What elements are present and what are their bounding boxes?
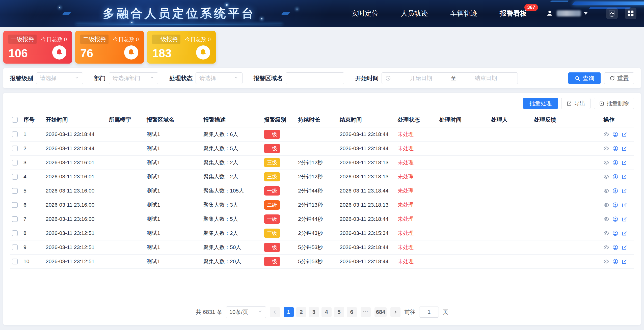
area-name-input[interactable]: [286, 72, 344, 84]
view-icon[interactable]: [603, 174, 609, 180]
row-checkbox[interactable]: [12, 160, 18, 166]
screen-icon[interactable]: [606, 8, 618, 19]
edit-icon[interactable]: [622, 244, 627, 250]
view-icon[interactable]: [603, 230, 609, 236]
page-number-button[interactable]: 1: [284, 307, 294, 317]
prev-page-button[interactable]: [270, 307, 280, 317]
select-all-checkbox[interactable]: [12, 117, 18, 123]
locate-person-icon[interactable]: [612, 131, 618, 137]
col-end-time: 结束时间: [338, 113, 396, 127]
cell-handler: [489, 212, 532, 226]
reset-button[interactable]: 重置: [604, 72, 634, 84]
apps-grid-icon[interactable]: [625, 8, 636, 19]
view-icon[interactable]: [603, 146, 609, 151]
page-number-button[interactable]: 2: [296, 307, 306, 317]
page-size-select[interactable]: 10条/页: [226, 306, 266, 318]
next-page-button[interactable]: [390, 307, 400, 317]
row-checkbox[interactable]: [12, 202, 18, 208]
alarm-level-select[interactable]: 请选择: [36, 72, 83, 84]
filter-area-name: 报警区域名: [254, 72, 344, 84]
view-icon[interactable]: [603, 188, 609, 194]
cell-area: 测试1: [145, 198, 201, 212]
batch-delete-button[interactable]: 批量删除: [594, 98, 634, 109]
page-number-button[interactable]: 3: [309, 307, 319, 317]
edit-icon[interactable]: [622, 188, 627, 194]
view-icon[interactable]: [603, 131, 609, 137]
row-operations: [603, 244, 632, 250]
view-icon[interactable]: [603, 259, 609, 264]
edit-icon[interactable]: [622, 202, 627, 208]
edit-icon[interactable]: [622, 174, 627, 180]
more-pages-button[interactable]: ···: [361, 307, 371, 317]
export-button[interactable]: 导出: [561, 98, 591, 109]
edit-icon[interactable]: [622, 230, 627, 236]
nav-vehicle-track[interactable]: 车辆轨迹: [450, 9, 477, 18]
cell-end-time: 2026-03-11 23:18:44: [338, 141, 396, 155]
edit-icon[interactable]: [622, 259, 627, 264]
cell-no: 4: [21, 170, 44, 184]
row-checkbox[interactable]: [12, 244, 18, 250]
cell-end-time: 2026-03-11 23:18:44: [338, 254, 396, 268]
nav-person-track[interactable]: 人员轨迹: [401, 9, 428, 18]
search-button[interactable]: 查询: [568, 72, 601, 84]
view-icon[interactable]: [603, 244, 609, 250]
nav-realtime-location[interactable]: 实时定位: [351, 9, 379, 18]
page-number-button[interactable]: 4: [321, 307, 332, 317]
page-number-button[interactable]: 5: [334, 307, 344, 317]
alarm-bell-icon: [124, 45, 138, 60]
last-page-button[interactable]: 684: [374, 307, 387, 317]
view-icon[interactable]: [603, 202, 609, 208]
pagination: 共 6831 条 10条/页 1 2 3 4 5 6 ··· 684 前往 页: [10, 301, 634, 325]
cell-feedback: [532, 170, 601, 184]
col-start-time: 开始时间: [44, 113, 107, 127]
edit-icon[interactable]: [622, 131, 627, 137]
nav-label: 实时定位: [351, 10, 379, 17]
row-checkbox[interactable]: [12, 131, 18, 137]
nav-alarm-board[interactable]: 报警看板 367: [500, 9, 527, 18]
row-checkbox[interactable]: [12, 216, 18, 222]
row-checkbox[interactable]: [12, 259, 18, 264]
page-buttons: 1 2 3 4 5 6: [284, 307, 357, 317]
cell-handler: [489, 170, 532, 184]
locate-person-icon[interactable]: [612, 216, 618, 222]
department-select[interactable]: 请选择部门: [109, 72, 158, 84]
row-checkbox[interactable]: [12, 174, 18, 180]
view-icon[interactable]: [603, 216, 609, 222]
goto-page-input[interactable]: [419, 307, 439, 318]
edit-icon[interactable]: [622, 146, 627, 151]
row-checkbox[interactable]: [12, 230, 18, 236]
user-menu[interactable]: [546, 9, 587, 18]
batch-delete-label: 批量删除: [607, 100, 629, 107]
locate-person-icon[interactable]: [612, 146, 618, 151]
locate-person-icon[interactable]: [612, 259, 618, 264]
row-checkbox[interactable]: [12, 146, 18, 151]
alarm-level-badge: 三级: [264, 172, 280, 181]
locate-person-icon[interactable]: [612, 244, 618, 250]
alarm-level-badge: 一级: [264, 214, 280, 224]
row-operations: [603, 146, 632, 151]
locate-person-icon[interactable]: [612, 174, 618, 180]
cell-handler: [489, 141, 532, 155]
cell-area: 测试1: [145, 155, 201, 170]
row-checkbox[interactable]: [12, 188, 18, 194]
locate-person-icon[interactable]: [612, 202, 618, 208]
page-number-button[interactable]: 6: [347, 307, 357, 317]
cell-status: 未处理: [396, 254, 437, 268]
date-range-picker[interactable]: 开始日期 至 结束日期: [382, 72, 518, 84]
alarm-table-panel: 批量处理 导出 批量删除 序号 开始时间 所属楼宇 报警区域名 报警描述: [3, 93, 641, 325]
cell-duration: 2分钟12秒: [296, 155, 338, 170]
batch-process-button[interactable]: 批量处理: [523, 98, 558, 109]
alarm-level-badge: 三级: [264, 229, 280, 238]
locate-person-icon[interactable]: [612, 160, 618, 166]
handle-status-select[interactable]: 请选择: [196, 72, 243, 84]
locate-person-icon[interactable]: [612, 230, 618, 236]
view-icon[interactable]: [603, 160, 609, 166]
select-placeholder: 请选择部门: [113, 74, 149, 82]
cell-status: 未处理: [396, 127, 437, 141]
edit-icon[interactable]: [622, 216, 627, 222]
cell-feedback: [532, 141, 601, 155]
edit-icon[interactable]: [622, 160, 627, 166]
cell-description: 聚集人数：5人: [201, 212, 262, 226]
stat-card-title: 二级报警: [80, 35, 109, 44]
locate-person-icon[interactable]: [612, 188, 618, 194]
